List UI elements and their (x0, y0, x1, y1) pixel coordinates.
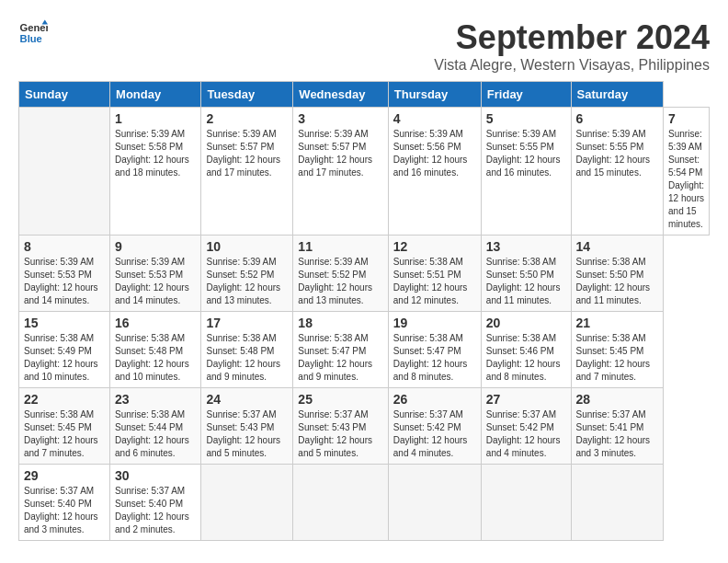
day-number: 26 (393, 392, 476, 407)
day-info: Sunrise: 5:37 AM Sunset: 5:40 PM Dayligh… (24, 485, 105, 536)
day-number: 17 (206, 316, 288, 330)
day-cell: 24Sunrise: 5:37 AM Sunset: 5:43 PM Dayli… (201, 388, 293, 465)
week-row-2: 8Sunrise: 5:39 AM Sunset: 5:53 PM Daylig… (19, 236, 710, 312)
day-number: 1 (115, 111, 196, 126)
day-info: Sunrise: 5:38 AM Sunset: 5:49 PM Dayligh… (24, 332, 105, 384)
day-info: Sunrise: 5:39 AM Sunset: 5:56 PM Dayligh… (393, 128, 476, 179)
day-header-sunday: Sunday (19, 82, 110, 108)
day-cell: 3Sunrise: 5:39 AM Sunset: 5:57 PM Daylig… (293, 108, 388, 236)
day-cell: 2Sunrise: 5:39 AM Sunset: 5:57 PM Daylig… (201, 108, 293, 236)
location-title: Vista Alegre, Western Visayas, Philippin… (434, 57, 710, 74)
day-number: 8 (24, 239, 105, 254)
day-header-friday: Friday (481, 82, 571, 108)
day-number: 7 (668, 111, 704, 126)
day-info: Sunrise: 5:38 AM Sunset: 5:47 PM Dayligh… (298, 332, 382, 384)
page-header: General Blue September 2024 Vista Alegre… (18, 18, 710, 74)
day-info: Sunrise: 5:37 AM Sunset: 5:40 PM Dayligh… (115, 485, 196, 536)
day-number: 2 (206, 111, 288, 126)
day-info: Sunrise: 5:38 AM Sunset: 5:44 PM Dayligh… (115, 408, 196, 460)
day-cell: 29Sunrise: 5:37 AM Sunset: 5:40 PM Dayli… (19, 465, 110, 541)
day-cell: 23Sunrise: 5:38 AM Sunset: 5:44 PM Dayli… (110, 388, 201, 465)
day-number: 18 (298, 316, 382, 330)
day-number: 13 (486, 239, 566, 254)
day-number: 19 (393, 316, 476, 330)
day-number: 4 (393, 111, 476, 126)
day-cell: 13Sunrise: 5:38 AM Sunset: 5:50 PM Dayli… (481, 236, 571, 312)
day-info: Sunrise: 5:39 AM Sunset: 5:55 PM Dayligh… (486, 128, 566, 179)
day-info: Sunrise: 5:38 AM Sunset: 5:50 PM Dayligh… (576, 256, 659, 307)
day-info: Sunrise: 5:38 AM Sunset: 5:51 PM Dayligh… (393, 256, 476, 307)
day-info: Sunrise: 5:39 AM Sunset: 5:53 PM Dayligh… (115, 256, 196, 307)
day-number: 14 (576, 239, 659, 254)
day-header-wednesday: Wednesday (293, 82, 388, 108)
day-cell: 8Sunrise: 5:39 AM Sunset: 5:53 PM Daylig… (19, 236, 110, 312)
day-cell: 15Sunrise: 5:38 AM Sunset: 5:49 PM Dayli… (19, 312, 110, 388)
day-info: Sunrise: 5:39 AM Sunset: 5:52 PM Dayligh… (206, 256, 288, 307)
title-area: September 2024 Vista Alegre, Western Vis… (434, 18, 710, 74)
day-number: 5 (486, 111, 566, 126)
day-cell (388, 465, 481, 541)
day-cell: 9Sunrise: 5:39 AM Sunset: 5:53 PM Daylig… (110, 236, 201, 312)
day-info: Sunrise: 5:39 AM Sunset: 5:53 PM Dayligh… (24, 256, 105, 307)
day-cell (293, 465, 388, 541)
empty-cell (19, 108, 110, 236)
week-row-3: 15Sunrise: 5:38 AM Sunset: 5:49 PM Dayli… (19, 312, 710, 388)
day-number: 21 (576, 316, 659, 330)
day-number: 3 (298, 111, 382, 126)
day-info: Sunrise: 5:39 AM Sunset: 5:54 PM Dayligh… (668, 128, 704, 231)
day-info: Sunrise: 5:38 AM Sunset: 5:45 PM Dayligh… (576, 332, 659, 384)
day-header-monday: Monday (110, 82, 201, 108)
day-info: Sunrise: 5:37 AM Sunset: 5:41 PM Dayligh… (576, 408, 659, 460)
week-row-5: 29Sunrise: 5:37 AM Sunset: 5:40 PM Dayli… (19, 465, 710, 541)
day-info: Sunrise: 5:39 AM Sunset: 5:55 PM Dayligh… (576, 128, 659, 179)
day-info: Sunrise: 5:37 AM Sunset: 5:42 PM Dayligh… (393, 408, 476, 460)
day-cell (571, 465, 664, 541)
day-cell: 17Sunrise: 5:38 AM Sunset: 5:48 PM Dayli… (201, 312, 293, 388)
day-number: 24 (206, 392, 288, 407)
week-row-1: 1Sunrise: 5:39 AM Sunset: 5:58 PM Daylig… (19, 108, 710, 236)
day-cell: 25Sunrise: 5:37 AM Sunset: 5:43 PM Dayli… (293, 388, 388, 465)
day-info: Sunrise: 5:37 AM Sunset: 5:43 PM Dayligh… (298, 408, 382, 460)
day-cell (201, 465, 293, 541)
day-cell: 10Sunrise: 5:39 AM Sunset: 5:52 PM Dayli… (201, 236, 293, 312)
day-cell (481, 465, 571, 541)
day-header-saturday: Saturday (571, 82, 664, 108)
day-number: 25 (298, 392, 382, 407)
day-cell: 6Sunrise: 5:39 AM Sunset: 5:55 PM Daylig… (571, 108, 664, 236)
day-info: Sunrise: 5:38 AM Sunset: 5:47 PM Dayligh… (393, 332, 476, 384)
day-number: 27 (486, 392, 566, 407)
day-number: 20 (486, 316, 566, 330)
day-cell: 21Sunrise: 5:38 AM Sunset: 5:45 PM Dayli… (571, 312, 664, 388)
day-info: Sunrise: 5:38 AM Sunset: 5:50 PM Dayligh… (486, 256, 566, 307)
day-number: 23 (115, 392, 196, 407)
day-info: Sunrise: 5:39 AM Sunset: 5:57 PM Dayligh… (298, 128, 382, 179)
day-cell: 19Sunrise: 5:38 AM Sunset: 5:47 PM Dayli… (388, 312, 481, 388)
day-cell: 1Sunrise: 5:39 AM Sunset: 5:58 PM Daylig… (110, 108, 201, 236)
day-cell: 22Sunrise: 5:38 AM Sunset: 5:45 PM Dayli… (19, 388, 110, 465)
day-number: 16 (115, 316, 196, 330)
day-cell: 27Sunrise: 5:37 AM Sunset: 5:42 PM Dayli… (481, 388, 571, 465)
day-cell: 14Sunrise: 5:38 AM Sunset: 5:50 PM Dayli… (571, 236, 664, 312)
day-number: 29 (24, 468, 105, 483)
day-info: Sunrise: 5:38 AM Sunset: 5:45 PM Dayligh… (24, 408, 105, 460)
day-info: Sunrise: 5:38 AM Sunset: 5:46 PM Dayligh… (486, 332, 566, 384)
calendar-table: SundayMondayTuesdayWednesdayThursdayFrid… (18, 81, 710, 541)
day-header-tuesday: Tuesday (201, 82, 293, 108)
day-number: 28 (576, 392, 659, 407)
day-info: Sunrise: 5:39 AM Sunset: 5:52 PM Dayligh… (298, 256, 382, 307)
day-cell: 30Sunrise: 5:37 AM Sunset: 5:40 PM Dayli… (110, 465, 201, 541)
day-info: Sunrise: 5:38 AM Sunset: 5:48 PM Dayligh… (115, 332, 196, 384)
day-cell: 4Sunrise: 5:39 AM Sunset: 5:56 PM Daylig… (388, 108, 481, 236)
day-number: 22 (24, 392, 105, 407)
day-cell: 26Sunrise: 5:37 AM Sunset: 5:42 PM Dayli… (388, 388, 481, 465)
logo: General Blue (18, 18, 48, 48)
month-title: September 2024 (434, 18, 710, 57)
week-row-4: 22Sunrise: 5:38 AM Sunset: 5:45 PM Dayli… (19, 388, 710, 465)
day-info: Sunrise: 5:38 AM Sunset: 5:48 PM Dayligh… (206, 332, 288, 384)
day-number: 6 (576, 111, 659, 126)
day-info: Sunrise: 5:37 AM Sunset: 5:43 PM Dayligh… (206, 408, 288, 460)
day-number: 10 (206, 239, 288, 254)
day-number: 11 (298, 239, 382, 254)
day-cell: 16Sunrise: 5:38 AM Sunset: 5:48 PM Dayli… (110, 312, 201, 388)
day-cell: 12Sunrise: 5:38 AM Sunset: 5:51 PM Dayli… (388, 236, 481, 312)
